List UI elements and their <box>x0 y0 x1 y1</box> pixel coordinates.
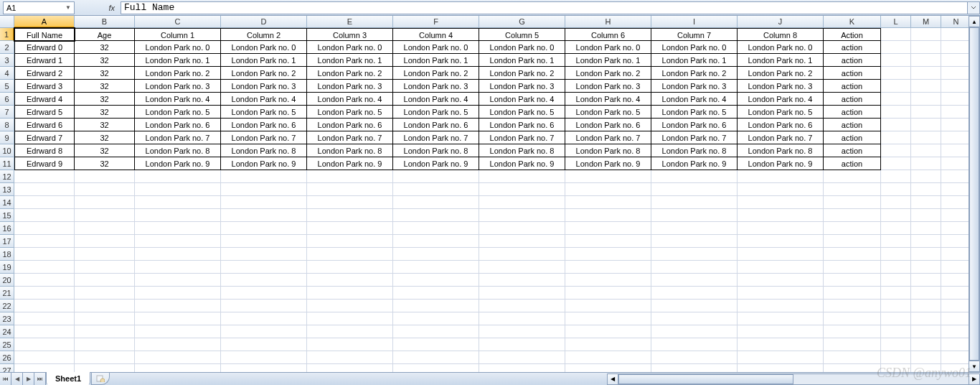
cell-L5[interactable] <box>881 80 911 93</box>
cell-N12[interactable] <box>941 170 971 183</box>
cell-F26[interactable] <box>393 351 479 364</box>
cell-F13[interactable] <box>393 183 479 196</box>
cell-I7[interactable]: London Park no. 5 <box>651 106 738 119</box>
cell-B11[interactable]: 32 <box>75 157 135 170</box>
cell-B15[interactable] <box>75 209 135 222</box>
column-header-L[interactable]: L <box>881 16 911 28</box>
cell-L4[interactable] <box>881 67 911 80</box>
cell-D5[interactable]: London Park no. 3 <box>221 80 307 93</box>
cell-A2[interactable]: Edrward 0 <box>14 41 75 54</box>
cell-F8[interactable]: London Park no. 6 <box>393 119 479 131</box>
row-header-10[interactable]: 10 <box>0 144 14 157</box>
cell-C22[interactable] <box>135 300 221 312</box>
cell-L19[interactable] <box>881 261 911 274</box>
scroll-up-button[interactable]: ▲ <box>969 16 980 27</box>
cell-I20[interactable] <box>651 274 738 287</box>
sheet-tab-sheet1[interactable]: Sheet1 <box>46 372 90 385</box>
cell-M14[interactable] <box>911 196 941 209</box>
cell-J10[interactable]: London Park no. 8 <box>738 144 824 157</box>
cell-N6[interactable] <box>941 93 971 106</box>
cell-K7[interactable]: action <box>824 106 881 119</box>
cell-B7[interactable]: 32 <box>75 106 135 119</box>
cell-F15[interactable] <box>393 209 479 222</box>
new-sheet-button[interactable] <box>91 373 110 385</box>
cell-D20[interactable] <box>221 274 307 287</box>
column-header-A[interactable]: A <box>14 16 75 28</box>
row-header-15[interactable]: 15 <box>0 209 14 222</box>
row-header-13[interactable]: 13 <box>0 183 14 196</box>
row-header-4[interactable]: 4 <box>0 67 14 80</box>
cell-G7[interactable]: London Park no. 5 <box>479 106 565 119</box>
cell-F24[interactable] <box>393 325 479 338</box>
cell-B3[interactable]: 32 <box>75 54 135 67</box>
cell-E3[interactable]: London Park no. 1 <box>307 54 393 67</box>
cell-M11[interactable] <box>911 157 941 170</box>
cell-I21[interactable] <box>651 287 738 300</box>
cell-H26[interactable] <box>565 351 651 364</box>
row-header-24[interactable]: 24 <box>0 325 14 338</box>
cell-I6[interactable]: London Park no. 4 <box>651 93 738 106</box>
cell-D7[interactable]: London Park no. 5 <box>221 106 307 119</box>
cell-L2[interactable] <box>881 41 911 54</box>
row-header-14[interactable]: 14 <box>0 196 14 209</box>
row-header-26[interactable]: 26 <box>0 351 14 364</box>
cell-E22[interactable] <box>307 300 393 312</box>
cell-G21[interactable] <box>479 287 565 300</box>
cell-F21[interactable] <box>393 287 479 300</box>
cell-E17[interactable] <box>307 235 393 248</box>
column-header-M[interactable]: M <box>911 16 941 28</box>
cell-J15[interactable] <box>738 209 824 222</box>
cell-K2[interactable]: action <box>824 41 881 54</box>
dropdown-icon[interactable]: ▼ <box>65 4 71 11</box>
row-header-1[interactable]: 1 <box>0 28 14 41</box>
cell-L15[interactable] <box>881 209 911 222</box>
tab-nav-next[interactable]: ▶ <box>23 373 34 385</box>
cell-G10[interactable]: London Park no. 8 <box>479 144 565 157</box>
cell-G26[interactable] <box>479 351 565 364</box>
cell-B19[interactable] <box>75 261 135 274</box>
cell-B25[interactable] <box>75 338 135 351</box>
cell-L26[interactable] <box>881 351 911 364</box>
cell-E4[interactable]: London Park no. 2 <box>307 67 393 80</box>
row-header-12[interactable]: 12 <box>0 170 14 183</box>
cell-D23[interactable] <box>221 312 307 325</box>
cell-I26[interactable] <box>651 351 738 364</box>
cell-G22[interactable] <box>479 300 565 312</box>
cell-G13[interactable] <box>479 183 565 196</box>
cell-A27[interactable] <box>14 364 75 372</box>
cell-I27[interactable] <box>651 364 738 372</box>
cell-H17[interactable] <box>565 235 651 248</box>
cell-D3[interactable]: London Park no. 1 <box>221 54 307 67</box>
cell-C10[interactable]: London Park no. 8 <box>135 144 221 157</box>
cell-E16[interactable] <box>307 222 393 235</box>
cell-H2[interactable]: London Park no. 0 <box>565 41 651 54</box>
cell-G15[interactable] <box>479 209 565 222</box>
cell-E20[interactable] <box>307 274 393 287</box>
cell-J5[interactable]: London Park no. 3 <box>738 80 824 93</box>
row-header-9[interactable]: 9 <box>0 131 14 144</box>
cell-D17[interactable] <box>221 235 307 248</box>
cell-J18[interactable] <box>738 248 824 261</box>
cell-M5[interactable] <box>911 80 941 93</box>
cell-N23[interactable] <box>941 312 971 325</box>
cell-C15[interactable] <box>135 209 221 222</box>
cell-J16[interactable] <box>738 222 824 235</box>
cell-F5[interactable]: London Park no. 3 <box>393 80 479 93</box>
cell-N26[interactable] <box>941 351 971 364</box>
cell-M16[interactable] <box>911 222 941 235</box>
cell-N22[interactable] <box>941 300 971 312</box>
cell-J26[interactable] <box>738 351 824 364</box>
row-header-16[interactable]: 16 <box>0 222 14 235</box>
cell-A11[interactable]: Edrward 9 <box>14 157 75 170</box>
cell-J9[interactable]: London Park no. 7 <box>738 131 824 144</box>
cell-I19[interactable] <box>651 261 738 274</box>
cell-A24[interactable] <box>14 325 75 338</box>
cell-I8[interactable]: London Park no. 6 <box>651 119 738 131</box>
cell-K26[interactable] <box>824 351 881 364</box>
cell-K20[interactable] <box>824 274 881 287</box>
cell-A12[interactable] <box>14 170 75 183</box>
cell-C16[interactable] <box>135 222 221 235</box>
cell-N8[interactable] <box>941 119 971 131</box>
cell-N10[interactable] <box>941 144 971 157</box>
column-header-C[interactable]: C <box>135 16 221 28</box>
